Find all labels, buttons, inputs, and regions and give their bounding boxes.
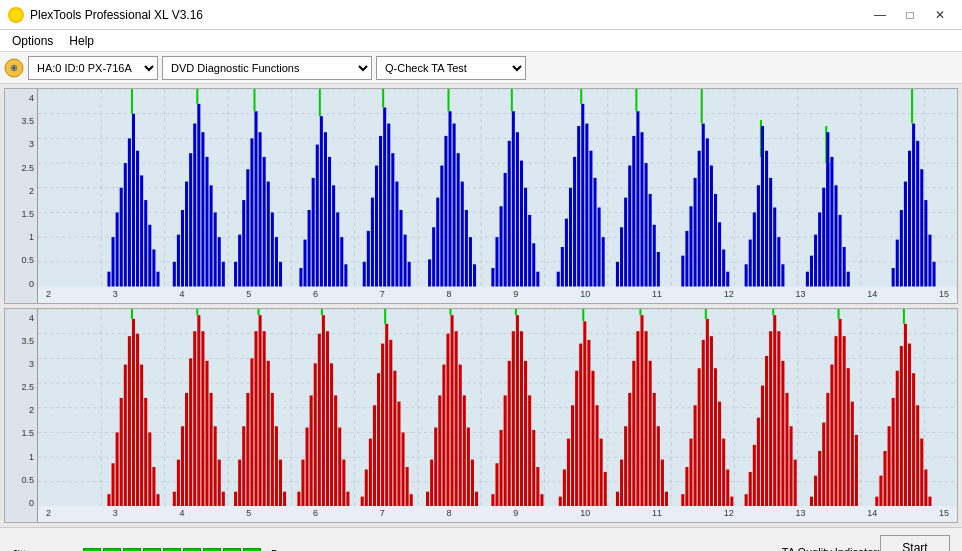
drive-dropdown[interactable]: HA:0 ID:0 PX-716A: [28, 56, 158, 80]
svg-rect-110: [508, 141, 511, 287]
svg-rect-59: [254, 111, 257, 286]
svg-rect-333: [636, 331, 639, 506]
jitter-bar-9: [243, 548, 261, 552]
svg-rect-88: [391, 153, 394, 286]
maximize-button[interactable]: □: [896, 4, 924, 26]
svg-rect-314: [540, 494, 543, 506]
svg-rect-271: [342, 459, 345, 506]
svg-rect-159: [753, 212, 756, 286]
svg-rect-289: [434, 427, 437, 506]
svg-rect-168: [781, 264, 784, 286]
svg-rect-46: [197, 104, 200, 287]
svg-rect-82: [371, 198, 374, 287]
svg-rect-256: [275, 426, 278, 506]
svg-rect-257: [279, 459, 282, 506]
svg-rect-395: [920, 438, 923, 506]
svg-rect-365: [777, 331, 780, 506]
svg-rect-380: [847, 368, 850, 506]
svg-rect-373: [822, 422, 825, 506]
svg-rect-370: [810, 496, 813, 506]
start-button[interactable]: Start: [880, 535, 950, 552]
svg-rect-382: [855, 434, 858, 506]
svg-rect-276: [373, 405, 376, 506]
svg-rect-87: [387, 124, 390, 287]
jitter-value: 5: [271, 548, 277, 552]
svg-rect-28: [116, 212, 119, 286]
svg-rect-307: [516, 315, 519, 506]
svg-rect-29: [120, 188, 123, 287]
svg-rect-272: [346, 491, 349, 506]
svg-rect-377: [839, 318, 842, 506]
svg-rect-397: [928, 496, 931, 506]
svg-rect-360: [761, 385, 764, 506]
svg-rect-115: [524, 188, 527, 287]
svg-rect-139: [640, 132, 643, 286]
svg-rect-268: [330, 363, 333, 506]
menu-options[interactable]: Options: [4, 32, 61, 50]
svg-rect-254: [267, 360, 270, 506]
svg-rect-157: [745, 264, 748, 286]
svg-rect-152: [710, 166, 713, 287]
svg-rect-149: [702, 124, 705, 287]
svg-rect-158: [749, 240, 752, 287]
svg-rect-116: [528, 215, 531, 287]
function-dropdown[interactable]: DVD Diagnostic Functions: [162, 56, 372, 80]
svg-rect-36: [144, 200, 147, 286]
svg-rect-263: [314, 363, 317, 506]
svg-rect-296: [459, 364, 462, 506]
jitter-bar-3: [123, 548, 141, 552]
svg-rect-241: [210, 392, 213, 506]
svg-rect-148: [698, 151, 701, 287]
svg-rect-337: [649, 360, 652, 506]
svg-rect-299: [471, 459, 474, 506]
svg-rect-237: [197, 315, 200, 506]
svg-rect-251: [259, 315, 262, 506]
svg-rect-135: [628, 166, 631, 287]
svg-rect-41: [177, 235, 180, 287]
svg-rect-123: [573, 157, 576, 287]
bottom-chart: 4 3.5 3 2.5 2 1.5 1 0.5 0: [4, 308, 958, 524]
svg-rect-383: [875, 496, 878, 506]
svg-rect-321: [583, 321, 586, 506]
svg-rect-104: [469, 237, 472, 286]
svg-rect-297: [463, 395, 466, 506]
svg-rect-125: [581, 104, 584, 287]
svg-rect-290: [438, 395, 441, 506]
svg-rect-367: [785, 392, 788, 506]
svg-rect-258: [283, 491, 286, 506]
svg-rect-246: [238, 459, 241, 506]
svg-rect-62: [263, 157, 266, 287]
svg-rect-94: [432, 227, 435, 286]
svg-rect-315: [559, 496, 562, 506]
svg-rect-389: [900, 346, 903, 506]
test-dropdown[interactable]: Q-Check TA Test: [376, 56, 526, 80]
svg-rect-95: [436, 198, 439, 287]
svg-rect-31: [128, 138, 131, 286]
svg-rect-39: [156, 272, 159, 287]
svg-rect-97: [444, 136, 447, 287]
minimize-button[interactable]: —: [866, 4, 894, 26]
svg-rect-181: [847, 272, 850, 287]
svg-rect-165: [769, 178, 772, 287]
jitter-bar-5: [163, 548, 181, 552]
svg-rect-103: [465, 210, 468, 287]
menu-help[interactable]: Help: [61, 32, 102, 50]
svg-rect-77: [336, 212, 339, 286]
svg-rect-58: [250, 138, 253, 286]
svg-rect-98: [448, 111, 451, 286]
svg-rect-302: [495, 463, 498, 506]
svg-rect-26: [107, 272, 110, 287]
svg-rect-93: [428, 259, 431, 286]
svg-rect-130: [598, 208, 601, 287]
svg-rect-121: [565, 219, 568, 287]
svg-rect-338: [653, 392, 656, 506]
svg-rect-100: [453, 124, 456, 287]
svg-rect-176: [826, 132, 829, 280]
svg-rect-166: [773, 208, 776, 287]
close-button[interactable]: ✕: [926, 4, 954, 26]
svg-rect-89: [395, 182, 398, 287]
svg-rect-146: [689, 206, 692, 286]
svg-rect-390: [904, 323, 907, 506]
svg-rect-68: [303, 240, 306, 287]
svg-rect-57: [246, 169, 249, 286]
